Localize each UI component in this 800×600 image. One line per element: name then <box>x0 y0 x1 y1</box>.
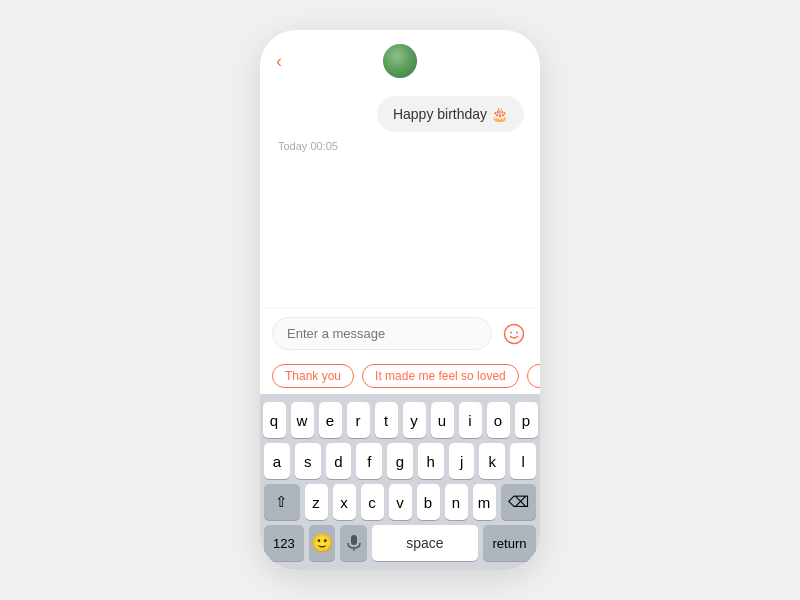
key-v[interactable]: v <box>389 484 412 520</box>
message-timestamp: Today 00:05 <box>278 140 338 152</box>
quick-reply-0[interactable]: Thank you <box>272 364 354 388</box>
delete-key[interactable]: ⌫ <box>501 484 537 520</box>
key-l[interactable]: l <box>510 443 536 479</box>
key-h[interactable]: h <box>418 443 444 479</box>
key-s[interactable]: s <box>295 443 321 479</box>
key-c[interactable]: c <box>361 484 384 520</box>
quick-replies: Thank you It made me feel so loved This … <box>260 358 540 394</box>
key-row-2: a s d f g h j k l <box>264 443 536 479</box>
quick-reply-2[interactable]: This w... <box>527 364 540 388</box>
keyboard: q w e r t y u i o p a s d f g h j k l ⇧ … <box>260 394 540 570</box>
mic-key[interactable] <box>340 525 367 561</box>
input-area <box>260 308 540 358</box>
emoji-button[interactable] <box>500 320 528 348</box>
space-key[interactable]: space <box>372 525 478 561</box>
emoji-keyboard-key[interactable]: 🙂 <box>309 525 336 561</box>
avatar-image <box>383 44 417 78</box>
key-g[interactable]: g <box>387 443 413 479</box>
key-f[interactable]: f <box>356 443 382 479</box>
key-row-3: ⇧ z x c v b n m ⌫ <box>264 484 536 520</box>
key-o[interactable]: o <box>487 402 510 438</box>
return-key[interactable]: return <box>483 525 536 561</box>
key-p[interactable]: p <box>515 402 538 438</box>
num-key[interactable]: 123 <box>264 525 304 561</box>
back-button[interactable]: ‹ <box>276 51 282 72</box>
key-u[interactable]: u <box>431 402 454 438</box>
svg-point-0 <box>505 324 524 343</box>
key-e[interactable]: e <box>319 402 342 438</box>
key-row-bottom: 123 🙂 space return <box>264 525 536 561</box>
key-y[interactable]: y <box>403 402 426 438</box>
svg-point-1 <box>510 331 512 333</box>
key-r[interactable]: r <box>347 402 370 438</box>
message-input[interactable] <box>272 317 492 350</box>
key-t[interactable]: t <box>375 402 398 438</box>
key-w[interactable]: w <box>291 402 314 438</box>
key-d[interactable]: d <box>326 443 352 479</box>
key-x[interactable]: x <box>333 484 356 520</box>
key-z[interactable]: z <box>305 484 328 520</box>
header: ‹ <box>260 30 540 88</box>
key-b[interactable]: b <box>417 484 440 520</box>
avatar[interactable] <box>383 44 417 78</box>
quick-reply-1[interactable]: It made me feel so loved <box>362 364 519 388</box>
key-row-1: q w e r t y u i o p <box>264 402 536 438</box>
key-n[interactable]: n <box>445 484 468 520</box>
key-i[interactable]: i <box>459 402 482 438</box>
shift-key[interactable]: ⇧ <box>264 484 300 520</box>
phone-container: ‹ Happy birthday 🎂 Today 00:05 Thank you… <box>260 30 540 570</box>
key-j[interactable]: j <box>449 443 475 479</box>
svg-point-2 <box>516 331 518 333</box>
key-q[interactable]: q <box>263 402 286 438</box>
key-k[interactable]: k <box>479 443 505 479</box>
key-m[interactable]: m <box>473 484 496 520</box>
svg-rect-3 <box>351 535 357 545</box>
key-a[interactable]: a <box>264 443 290 479</box>
message-bubble: Happy birthday 🎂 <box>377 96 524 132</box>
chat-area: Happy birthday 🎂 Today 00:05 <box>260 88 540 308</box>
